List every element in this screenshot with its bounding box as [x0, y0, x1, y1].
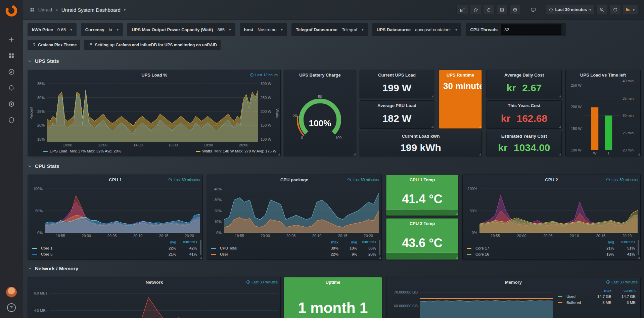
time-range-picker[interactable]: Last 30 minutes ▾ [546, 5, 595, 15]
explore-compass-icon[interactable] [8, 69, 15, 75]
share-button[interactable] [483, 5, 495, 15]
panel-header[interactable]: Average PSU Load [360, 101, 434, 110]
chart-plot[interactable] [420, 288, 553, 318]
legend-row[interactable]: CPU Total 38% 18% 36% [211, 245, 376, 251]
chart-plot[interactable] [45, 186, 200, 233]
dashboards-icon[interactable] [8, 52, 15, 59]
dashboard-link-plex-theme[interactable]: Grafana Plex Theme [28, 40, 80, 50]
panel-header[interactable]: UPS Load vs Time left [566, 70, 640, 80]
panel-resize-handle[interactable] [479, 153, 481, 155]
star-button[interactable] [470, 5, 481, 15]
dashboard-title[interactable]: Unraid System Dashboard [61, 7, 121, 13]
panel-header[interactable]: CPU 1 Last 30 minutes [28, 175, 202, 184]
configuration-gear-icon[interactable] [8, 101, 15, 107]
panel-resize-handle[interactable] [200, 257, 202, 259]
panel-title[interactable]: Estimated Yearly Cost [501, 134, 547, 139]
panel-header[interactable]: Current Load kWh [360, 131, 481, 141]
panel-header[interactable]: This Years Cost [487, 101, 561, 110]
dashboard-caret-icon[interactable]: ▾ [124, 8, 126, 12]
time-indicator[interactable]: Last 30 minutes [246, 280, 278, 284]
apps-grid-icon[interactable] [30, 7, 35, 12]
dashboard-settings-button[interactable] [509, 5, 521, 15]
legend-col-header[interactable]: current [611, 287, 636, 293]
panel-title[interactable]: Average Daily Cost [504, 73, 544, 78]
panel-title[interactable]: CPU package [280, 177, 308, 182]
legend-row[interactable]: Core 17 21% 51% [467, 245, 635, 251]
legend-row[interactable]: Buffered 3 MB 3 MB [558, 300, 636, 306]
save-button[interactable] [496, 5, 508, 15]
panel-title[interactable]: Current UPS Load [378, 73, 416, 78]
time-indicator[interactable]: Last 30 minutes [606, 280, 638, 284]
cycle-view-button[interactable] [527, 5, 539, 15]
panel-title[interactable]: Average PSU Load [377, 103, 416, 108]
panel-header[interactable]: Uptime [284, 277, 382, 287]
variable-telegraf-datasource[interactable]: Telegraf Datasource Telegraf ▾ [291, 23, 368, 36]
legend-col-header[interactable]: max [587, 287, 611, 293]
section-network-memory[interactable]: Network / Memory [28, 266, 78, 271]
legend-scrollbar[interactable] [200, 240, 201, 255]
panel-title[interactable]: CPU 1 Temp [410, 177, 435, 182]
user-avatar[interactable] [6, 286, 17, 298]
panel-title[interactable]: Network [146, 280, 163, 285]
panel-header[interactable]: Average Daily Cost [487, 70, 561, 80]
server-admin-shield-icon[interactable] [8, 117, 15, 124]
time-indicator[interactable]: Last 30 minutes [606, 178, 638, 182]
help-icon[interactable]: ? [7, 303, 16, 312]
panel-header[interactable]: CPU package Last 30 minutes [207, 175, 381, 184]
chart-plot[interactable] [47, 81, 258, 142]
panel-header[interactable]: Current UPS Load [360, 70, 434, 80]
legend-row[interactable]: Core 5 21% 41% [32, 251, 197, 257]
breadcrumb-app[interactable]: Unraid [38, 7, 52, 12]
variable-ups-max-output[interactable]: UPS Max Output Power Capacity (Watt) 865… [127, 23, 235, 36]
grafana-logo[interactable] [5, 4, 18, 17]
chart-plot[interactable] [584, 81, 620, 150]
panel-header[interactable]: Estimated Yearly Cost [487, 131, 561, 141]
panel-header[interactable]: CPU 1 Temp [386, 175, 458, 184]
panel-resize-handle[interactable] [353, 153, 356, 155]
legend-scrollbar[interactable] [638, 240, 639, 255]
panel-header[interactable]: Memory Last 30 minutes [386, 277, 640, 287]
add-panel-button[interactable] [456, 5, 468, 15]
chart-plot[interactable] [50, 288, 278, 318]
chart-plot[interactable] [479, 186, 638, 233]
panel-header[interactable]: UPS Runtime [439, 70, 481, 80]
panel-resize-handle[interactable] [638, 257, 640, 259]
legend-col-header[interactable]: current▾ [176, 239, 197, 245]
variable-currency[interactable]: Currency kr ▾ [81, 23, 123, 36]
panel-title[interactable]: This Years Cost [508, 103, 540, 108]
legend-col-header[interactable]: avg [155, 239, 176, 245]
panel-title[interactable]: Uptime [325, 280, 340, 285]
legend-col-header[interactable]: avg [593, 239, 614, 245]
panel-resize-handle[interactable] [278, 153, 280, 155]
dashboard-link-ups-guide[interactable]: Setting up Grafana and InfluxDB for UPS … [84, 40, 220, 50]
section-cpu-stats[interactable]: CPU Stats [28, 163, 59, 169]
refresh-interval-picker[interactable]: 5s ▾ [623, 5, 638, 15]
section-ups-stats[interactable]: UPS Stats [28, 58, 59, 64]
panel-title[interactable]: UPS Load % [141, 73, 167, 78]
legend-col-header[interactable]: max [320, 239, 338, 245]
legend-item[interactable]: UPS Load Min: 17% Max: 32% Avg: 20% [43, 149, 121, 153]
panel-resize-handle[interactable] [559, 126, 561, 128]
panel-resize-handle[interactable] [431, 126, 433, 128]
time-indicator[interactable]: Last 30 minutes [347, 178, 379, 182]
panel-title[interactable]: CPU 2 Temp [410, 221, 435, 226]
zoom-out-button[interactable] [596, 5, 608, 15]
variable-kwh-price[interactable]: kWh Price 0.65 ▾ [28, 23, 77, 36]
panel-resize-handle[interactable] [559, 95, 561, 97]
panel-resize-handle[interactable] [479, 126, 481, 128]
panel-title[interactable]: UPS Runtime [447, 73, 474, 78]
panel-title[interactable]: CPU 2 [545, 177, 558, 182]
panel-resize-handle[interactable] [379, 257, 381, 259]
chart-plot[interactable] [224, 186, 379, 233]
legend-row[interactable]: Core 16 19% 41% [467, 251, 635, 257]
panel-resize-handle[interactable] [455, 213, 458, 215]
panel-resize-handle[interactable] [559, 153, 561, 155]
panel-header[interactable]: CPU 2 Temp [386, 219, 458, 228]
panel-header[interactable]: CPU 2 Last 30 minutes [463, 175, 640, 184]
alerting-bell-icon[interactable] [8, 85, 15, 91]
legend-row[interactable]: Used 14.7 GB 14.7 GB [558, 293, 636, 300]
panel-resize-handle[interactable] [455, 257, 458, 259]
legend-item[interactable]: Watts Min: 148 W Max: 278 W Avg: 175 W [196, 149, 276, 153]
refresh-button[interactable] [609, 5, 621, 15]
legend-scrollbar[interactable] [379, 240, 380, 255]
